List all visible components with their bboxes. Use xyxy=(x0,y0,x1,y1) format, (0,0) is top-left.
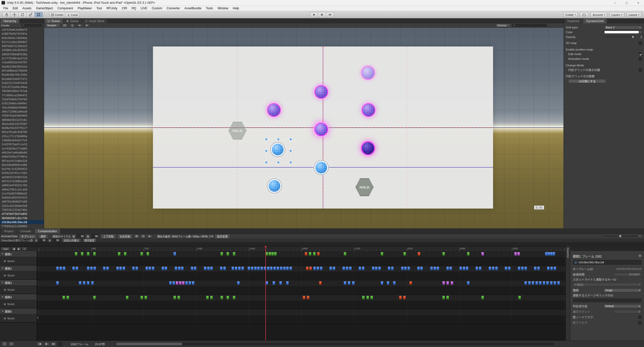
timeline-note[interactable] xyxy=(206,296,209,300)
play-button[interactable] xyxy=(44,342,50,346)
timeline-note[interactable] xyxy=(152,267,154,270)
timeline-note[interactable] xyxy=(188,281,191,285)
timeline-note[interactable] xyxy=(176,281,178,285)
timeline-note[interactable] xyxy=(254,267,257,270)
pan-tool-button[interactable] xyxy=(3,12,11,17)
timeline-note[interactable] xyxy=(342,267,345,270)
hierarchy-item[interactable]: 0a0dd1d03543fd23 xyxy=(0,195,44,200)
timeline-note[interactable] xyxy=(467,252,470,256)
timeline-note[interactable] xyxy=(123,267,125,270)
timeline-note[interactable] xyxy=(63,267,65,270)
hierarchy-item[interactable]: 6a3f0c3c92564415 xyxy=(0,167,44,171)
timeline-note[interactable] xyxy=(393,281,396,285)
collapse-icon[interactable]: ▼ xyxy=(2,310,4,312)
timeline-note[interactable] xyxy=(451,281,453,285)
hierarchy-item[interactable]: d57e680eeb730d44 xyxy=(0,69,44,73)
hierarchy-item[interactable]: f855601004c74fa8 xyxy=(0,89,44,93)
scene-note-purple-bright[interactable] xyxy=(314,122,328,136)
skip-start-button[interactable] xyxy=(37,342,43,346)
2d-snap-checkbox[interactable] xyxy=(639,41,642,45)
audio-toggle-button[interactable] xyxy=(77,24,83,27)
menu-component[interactable]: Component xyxy=(55,6,75,11)
scale-tool-button[interactable] xyxy=(27,12,35,17)
scene-note-purple[interactable] xyxy=(361,103,376,117)
timeline-note[interactable] xyxy=(165,267,167,270)
timeline-note[interactable] xyxy=(517,252,520,256)
timeline-note[interactable] xyxy=(185,281,188,285)
timeline-playhead[interactable] xyxy=(265,246,266,340)
collapse-icon[interactable]: ▼ xyxy=(2,281,4,284)
hierarchy-item[interactable]: fa3e06032bf64707 xyxy=(0,60,44,64)
pause-button[interactable] xyxy=(318,12,326,17)
hierarchy-item[interactable]: e68dfb93e3f798fa xyxy=(0,155,44,159)
timeline-note[interactable] xyxy=(550,267,553,270)
timeline-note[interactable] xyxy=(226,296,229,300)
pivot-center-button[interactable]: Center xyxy=(49,12,65,17)
lighting-toggle-button[interactable] xyxy=(69,24,75,27)
scene-search-input[interactable] xyxy=(512,24,547,27)
hierarchy-item[interactable]: f050f43a434b9403 xyxy=(0,114,44,118)
timeline-note[interactable] xyxy=(505,267,507,270)
tab-hierarchy[interactable]: Hierarchy xyxy=(1,19,19,23)
timeline-note[interactable] xyxy=(495,267,498,270)
hierarchy-item[interactable]: 6a2db831db4f7e71 xyxy=(0,77,44,81)
timeline-note[interactable] xyxy=(210,296,213,300)
timeline-note[interactable] xyxy=(93,296,96,300)
timeline-note[interactable] xyxy=(481,252,484,256)
prev-frames-field[interactable]: 90 xyxy=(76,234,85,238)
timeline-note[interactable] xyxy=(309,267,312,270)
swap-lr-button[interactable]: 左右入れ換え xyxy=(62,238,81,242)
selection-handle[interactable] xyxy=(265,150,267,152)
timeline-note[interactable] xyxy=(370,296,373,300)
layers-button[interactable]: Layers▾ xyxy=(609,12,624,17)
scene-viewport[interactable]: HOLDHOLD [0,25] xyxy=(44,28,564,228)
timeline-note[interactable] xyxy=(430,267,433,270)
timeline-note[interactable] xyxy=(87,281,90,285)
timeline-note[interactable] xyxy=(132,267,135,270)
minimize-button[interactable]: – xyxy=(609,0,621,6)
timeline-note[interactable] xyxy=(546,281,549,285)
timeline-note[interactable] xyxy=(309,252,311,256)
timeline-note[interactable] xyxy=(87,267,90,270)
jump-end-button[interactable]: » xyxy=(22,247,27,251)
menu-help[interactable]: Help xyxy=(230,6,241,11)
timeline-note[interactable] xyxy=(272,281,275,285)
collab-button[interactable]: Collab▾ xyxy=(563,12,578,17)
timeline-note[interactable] xyxy=(319,281,322,285)
timeline-note[interactable] xyxy=(344,252,346,256)
timeline-note[interactable] xyxy=(479,267,481,270)
menu-assets[interactable]: Assets xyxy=(20,6,34,11)
timeline-note[interactable] xyxy=(553,267,556,270)
timeline-note[interactable] xyxy=(126,296,129,300)
timeline-note[interactable] xyxy=(91,281,94,285)
timeline-note[interactable] xyxy=(148,267,151,270)
pivot-local-button[interactable]: Local xyxy=(65,12,80,17)
track-score-row[interactable]: Score xyxy=(0,257,37,265)
hierarchy-item[interactable]: f7c09bbca19d44f5 xyxy=(0,93,44,97)
tab-console[interactable]: Console xyxy=(17,229,34,234)
divide-16-button[interactable]: 16分割にする xyxy=(568,79,606,83)
timeline-note[interactable] xyxy=(59,267,62,270)
tab-game[interactable]: Game xyxy=(63,19,82,23)
timeline-note[interactable] xyxy=(251,267,254,270)
collapse-icon[interactable]: ▼ xyxy=(2,267,4,269)
menu-edit[interactable]: Edit xyxy=(10,6,20,11)
timeline-note[interactable] xyxy=(146,252,149,256)
prev-keyframe-button[interactable]: ◀ xyxy=(12,247,16,251)
timeline-note[interactable] xyxy=(90,267,93,270)
timeline-note[interactable] xyxy=(265,281,268,285)
timeline-note[interactable] xyxy=(175,267,177,270)
scene-note-blue[interactable] xyxy=(267,179,281,193)
hierarchy-item[interactable]: d94c715081a04ea8 xyxy=(0,110,44,114)
timeline-note[interactable] xyxy=(528,281,531,285)
timeline-note[interactable] xyxy=(83,281,86,285)
menu-playmaker[interactable]: PlayMaker xyxy=(75,6,94,11)
hierarchy-item[interactable]: 5c63f0f3adfcce32 xyxy=(0,142,44,146)
judge-sound-dropdown[interactable]: Default▾ xyxy=(604,304,641,308)
timeline-note[interactable] xyxy=(436,267,439,270)
selection-handle[interactable] xyxy=(277,161,279,164)
display-settings-button[interactable]: 表示設定 xyxy=(83,238,96,242)
menu-custom[interactable]: Custom xyxy=(149,6,164,11)
timeline-note[interactable] xyxy=(182,281,185,285)
timeline-note[interactable] xyxy=(223,267,226,270)
